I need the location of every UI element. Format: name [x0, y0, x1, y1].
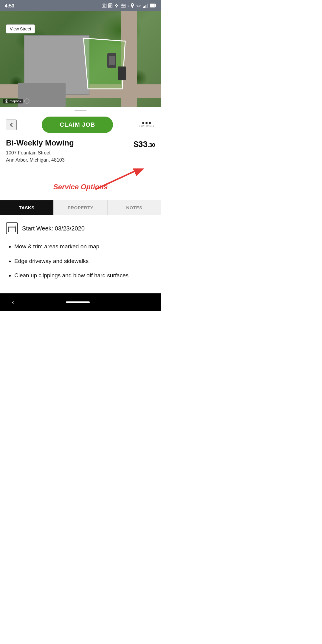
content-panel: CLAIM JOB OPTIONS Bi-Weekly Mowing 1007 … [0, 111, 161, 293]
action-bar: CLAIM JOB OPTIONS [0, 111, 161, 137]
view-street-button[interactable]: View Street [6, 24, 35, 33]
svg-point-29 [6, 100, 7, 102]
job-info: Bi-Weekly Mowing 1007 Fountain Street An… [0, 137, 161, 168]
dot-1 [142, 122, 144, 124]
location-icon [131, 3, 134, 9]
options-label: OPTIONS [139, 125, 154, 128]
calendar-icon [6, 222, 18, 234]
address-line1: 1007 Fountain Street [6, 150, 50, 155]
svg-rect-21 [150, 4, 154, 7]
tab-property[interactable]: PROPERTY [53, 200, 107, 215]
back-button[interactable] [6, 120, 17, 130]
tab-tasks[interactable]: TASKS [0, 200, 53, 215]
battery-icon [150, 4, 156, 8]
status-icons: 31 • [102, 3, 156, 9]
service-options-label: Service Options [6, 180, 155, 197]
tasks-section: Start Week: 03/23/2020 Mow & trim areas … [0, 215, 161, 293]
task-list: Mow & trim areas marked on map Edge driv… [6, 243, 155, 280]
task-item-2: Clean up clippings and blow off hard sur… [14, 272, 155, 280]
nav-back-arrow[interactable]: ‹ [12, 299, 14, 306]
tabs-bar: TASKS PROPERTY NOTES [0, 200, 161, 215]
svg-rect-16 [143, 7, 144, 8]
mapbox-logo: mapbox [3, 99, 23, 103]
job-address: 1007 Fountain Street Ann Arbor, Michigan… [6, 149, 134, 164]
tab-notes[interactable]: NOTES [107, 200, 161, 215]
calendar-status-icon: 31 [121, 3, 126, 9]
svg-rect-8 [117, 5, 118, 6]
signal-icon [143, 4, 148, 9]
start-week-text: Start Week: 03/23/2020 [22, 225, 85, 232]
notification-dot: • [127, 4, 129, 8]
start-week: Start Week: 03/23/2020 [6, 222, 155, 234]
mapbox-info-icon[interactable]: i [24, 98, 30, 104]
job-price: $33.30 [134, 138, 155, 149]
svg-rect-27 [118, 66, 126, 80]
svg-rect-10 [116, 6, 117, 7]
task-item-1: Edge driveway and sidewalks [14, 257, 155, 265]
wifi-icon [136, 4, 141, 9]
status-time: 4:53 [5, 3, 14, 9]
bottom-navigation: ‹ [0, 293, 161, 311]
task-item-0: Mow & trim areas marked on map [14, 243, 155, 251]
service-options-annotation: Service Options [0, 168, 161, 200]
mapbox-attribution: mapbox i [3, 98, 30, 104]
price-dollars: $33 [134, 140, 148, 149]
photo-icon [102, 4, 106, 9]
dot-2 [145, 122, 148, 124]
svg-rect-17 [144, 6, 145, 8]
mapbox-text: mapbox [10, 99, 21, 103]
svg-rect-2 [103, 4, 105, 4]
job-details: Bi-Weekly Mowing 1007 Fountain Street An… [6, 138, 134, 164]
slack-icon [114, 3, 119, 9]
svg-rect-19 [147, 4, 148, 8]
nav-home-pill[interactable] [66, 301, 90, 303]
map-view[interactable]: View Street mapbox i [0, 11, 161, 107]
svg-rect-7 [115, 5, 116, 6]
svg-rect-9 [116, 4, 117, 5]
svg-text:31: 31 [123, 6, 124, 7]
price-cents: .30 [148, 142, 155, 148]
svg-rect-18 [145, 5, 146, 8]
svg-rect-0 [102, 4, 106, 8]
svg-rect-26 [109, 56, 115, 65]
status-bar: 4:53 31 • [0, 0, 161, 11]
svg-marker-24 [83, 38, 125, 89]
dot-3 [149, 122, 151, 124]
svg-point-1 [103, 5, 105, 7]
job-title: Bi-Weekly Mowing [6, 138, 134, 148]
options-dots [142, 122, 151, 124]
options-button[interactable]: OPTIONS [138, 121, 155, 129]
svg-rect-32 [8, 225, 16, 232]
claim-job-button[interactable]: CLAIM JOB [42, 117, 113, 133]
address-line2: Ann Arbor, Michigan, 48103 [6, 157, 65, 162]
note-icon [108, 3, 112, 9]
